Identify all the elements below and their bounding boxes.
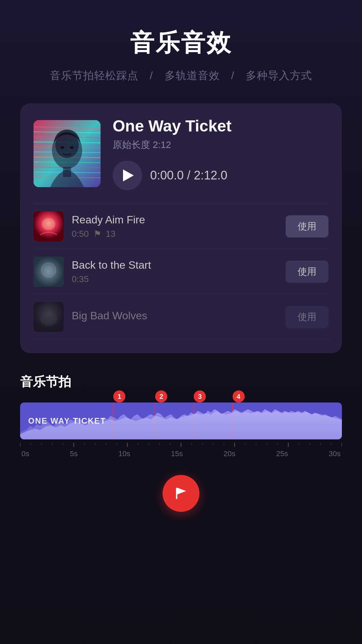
beat-marker-1: 1 <box>113 390 125 402</box>
song-thumb-back-to-start <box>34 257 64 287</box>
use-button-bts[interactable]: 使用 <box>286 261 328 283</box>
svg-point-23 <box>40 312 57 325</box>
play-button[interactable] <box>113 161 142 190</box>
album-art <box>34 120 101 187</box>
beat-marker-circle-2: 2 <box>155 390 167 402</box>
page-title: 音乐音效 <box>130 27 232 59</box>
timeline: 0s 5s 10s 15s 20s 25s 30s <box>20 441 342 458</box>
beat-section-title: 音乐节拍 <box>20 373 342 390</box>
song-sub: 0:50 ⚑ 13 <box>72 229 278 239</box>
svg-rect-55 <box>176 488 177 499</box>
beat-marker-circle-1: 1 <box>113 390 125 402</box>
song-meta: Big Bad Wolves <box>72 310 278 325</box>
song-meta: Ready Aim Fire 0:50 ⚑ 13 <box>72 214 278 239</box>
tick-marks <box>20 443 342 449</box>
flag-icon: ⚑ <box>94 229 101 239</box>
svg-marker-56 <box>177 488 186 494</box>
page-container: 音乐音效 音乐节拍轻松踩点 / 多轨道音效 / 多种导入方式 <box>0 0 362 644</box>
song-item[interactable]: Back to the Start 0:35 使用 <box>34 249 328 294</box>
track-title: One Way Ticket <box>113 117 328 135</box>
timeline-label-0s: 0s <box>21 449 29 458</box>
player-controls: 0:00.0 / 2:12.0 <box>113 161 328 190</box>
song-item[interactable]: Ready Aim Fire 0:50 ⚑ 13 使用 <box>34 204 328 249</box>
beat-marker-circle-3: 3 <box>194 390 206 402</box>
use-button-raf[interactable]: 使用 <box>286 215 328 237</box>
timeline-label-30s: 30s <box>329 449 341 458</box>
beat-marker-2: 2 <box>155 390 167 402</box>
timeline-label-10s: 10s <box>118 449 130 458</box>
song-thumb-ready-aim-fire <box>34 211 64 241</box>
waveform-container: 1 2 3 4 ONE WAY TICKET <box>20 402 342 458</box>
track-duration-label: 原始长度 2:12 <box>113 139 328 151</box>
now-playing-row: One Way Ticket 原始长度 2:12 0:00.0 / 2:12.0 <box>34 117 328 190</box>
timeline-label-15s: 15s <box>171 449 183 458</box>
song-name: Back to the Start <box>72 259 278 271</box>
song-item[interactable]: Big Bad Wolves 使用 <box>34 294 328 340</box>
music-card: One Way Ticket 原始长度 2:12 0:00.0 / 2:12.0 <box>20 103 342 353</box>
svg-point-21 <box>45 266 53 274</box>
song-sub: 0:35 <box>72 274 278 284</box>
song-thumb-big-bad-wolves <box>34 302 64 332</box>
svg-point-14 <box>60 146 64 149</box>
beat-flag-button[interactable] <box>163 475 199 512</box>
page-subtitle: 音乐节拍轻松踩点 / 多轨道音效 / 多种导入方式 <box>46 68 316 83</box>
timeline-label-25s: 25s <box>276 449 288 458</box>
use-button-bbw[interactable]: 使用 <box>286 306 328 328</box>
beat-markers: 1 2 3 4 <box>20 390 342 402</box>
song-name: Ready Aim Fire <box>72 214 278 226</box>
song-list: Ready Aim Fire 0:50 ⚑ 13 使用 <box>34 204 328 340</box>
svg-point-18 <box>42 218 55 230</box>
waveform[interactable]: ONE WAY TICKET <box>20 402 342 439</box>
track-info: One Way Ticket 原始长度 2:12 0:00.0 / 2:12.0 <box>113 117 328 190</box>
timeline-label-5s: 5s <box>70 449 78 458</box>
beat-marker-3: 3 <box>194 390 206 402</box>
time-display: 0:00.0 / 2:12.0 <box>150 168 227 182</box>
waveform-label: ONE WAY TICKET <box>28 416 106 426</box>
play-icon <box>123 169 134 181</box>
flag-icon-svg <box>173 485 189 502</box>
beat-marker-circle-4: 4 <box>233 390 245 402</box>
beat-marker-4: 4 <box>233 390 245 402</box>
song-meta: Back to the Start 0:35 <box>72 259 278 284</box>
song-name: Big Bad Wolves <box>72 310 278 322</box>
timeline-label-20s: 20s <box>224 449 235 458</box>
timeline-labels: 0s 5s 10s 15s 20s 25s 30s <box>20 449 342 458</box>
beat-section: 音乐节拍 1 2 3 4 <box>20 373 342 512</box>
svg-point-15 <box>70 146 74 149</box>
